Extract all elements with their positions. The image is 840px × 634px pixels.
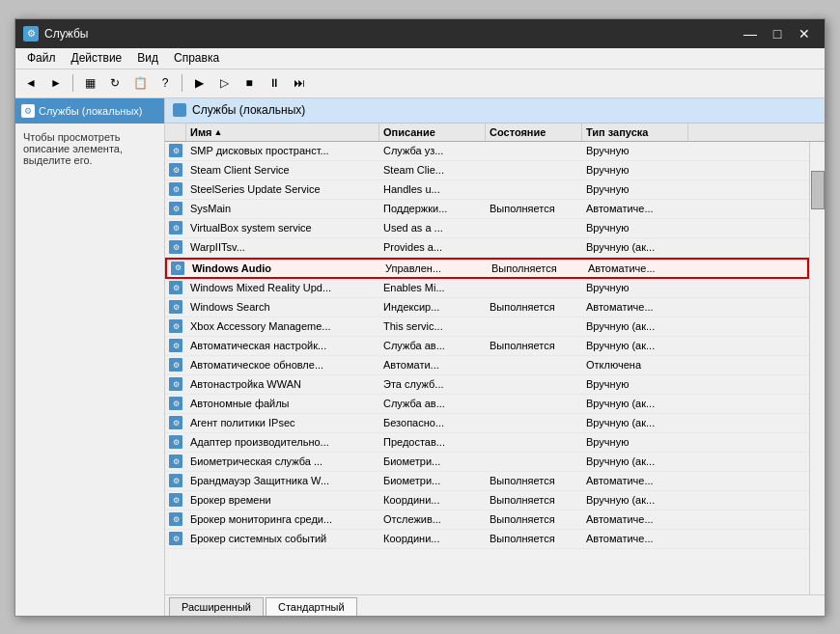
service-name: Брокер времени [186,491,379,510]
service-desc: Enables Mi... [379,279,486,297]
service-desc: Биометри... [379,453,486,471]
table-row[interactable]: ⚙Автономные файлыСлужба ав...Вручную (ак… [165,395,809,414]
service-status: Выполняется [488,260,584,277]
tab-extended[interactable]: Расширенный [169,597,264,616]
table-row[interactable]: ⚙Брандмауэр Защитника W...Биометри...Вып… [165,472,809,491]
restart-button[interactable]: ⏭ [288,72,311,94]
col-icon[interactable] [165,124,186,141]
sidebar-title: Службы (локальных) [39,105,143,117]
service-startup: Вручную (ак... [582,414,688,432]
service-desc: Индексир... [379,298,486,317]
service-icon-cell: ⚙ [165,200,186,218]
menu-file[interactable]: Файл [19,49,64,67]
table-row[interactable]: ⚙SysMainПоддержки...ВыполняетсяАвтоматич… [165,200,809,219]
table-row[interactable]: ⚙Брокер мониторинга среди...Отслежив...В… [165,510,809,530]
forward-button[interactable]: ► [44,72,68,94]
service-startup: Вручную [582,180,688,199]
view-button[interactable]: ▦ [78,72,101,94]
menu-help[interactable]: Справка [166,49,227,67]
menu-action[interactable]: Действие [64,49,130,67]
service-desc: Координи... [379,491,486,510]
col-desc[interactable]: Описание [379,124,486,141]
service-startup: Автоматиче... [582,530,688,548]
service-startup: Вручную [582,375,688,394]
panel-header: Службы (локальных) [165,98,825,124]
refresh-button[interactable]: ↻ [103,72,126,94]
table-row[interactable]: ⚙Автоматическая настройк...Служба ав...В… [165,337,809,356]
right-panel: Службы (локальных) Имя ▲ Описание Состоя… [165,98,825,616]
table-row[interactable]: ⚙Windows Mixed Reality Upd...Enables Mi.… [165,279,809,298]
table-row[interactable]: ⚙Steam Client ServiceSteam Clie...Вручну… [165,161,809,180]
table-row[interactable]: ⚙SteelSeries Update ServiceHandles u...В… [165,180,809,200]
service-name: Биометрическая служба ... [186,453,379,471]
service-status: Выполняется [486,530,582,548]
service-desc: Поддержки... [379,200,486,218]
service-startup: Автоматиче... [582,200,688,218]
table-row[interactable]: ⚙Автонастройка WWANЭта служб...Вручную [165,375,809,395]
service-icon-cell: ⚙ [165,180,186,199]
minimize-button[interactable]: — [738,24,763,43]
service-startup: Вручную (ак... [582,337,688,355]
service-status [486,219,582,237]
table-row[interactable]: ⚙SMP дисковых пространст...Служба уз...В… [165,142,809,161]
service-startup: Вручную [582,433,688,452]
service-icon: ⚙ [169,474,182,487]
scrollbar-thumb[interactable] [811,171,825,209]
main-content: ⚙ Службы (локальных) Чтобы просмотреть о… [15,98,825,616]
service-icon-cell: ⚙ [165,238,186,257]
service-status: Выполняется [486,337,582,355]
table-row[interactable]: ⚙Адаптер производительно...Предостав...В… [165,433,809,453]
stop-button[interactable]: ■ [238,72,261,94]
col-startup[interactable]: Тип запуска [582,124,688,141]
table-row[interactable]: ⚙WarpIITsv...Provides a...Вручную (ак... [165,238,809,258]
run-button[interactable]: ▶ [187,72,210,94]
service-icon: ⚙ [169,319,182,333]
service-name: Xbox Accessory Manageme... [186,317,379,336]
service-name: Steam Client Service [186,161,379,179]
properties-button[interactable]: 📋 [128,72,152,94]
service-desc: Управлен... [381,260,488,277]
service-name: Адаптер производительно... [186,433,379,452]
service-name: SteelSeries Update Service [186,180,379,199]
table-row[interactable]: ⚙Биометрическая служба ...Биометри...Вру… [165,453,809,472]
pause-button[interactable]: ⏸ [263,72,286,94]
help-button[interactable]: ? [154,72,177,94]
close-button[interactable]: ✕ [792,24,817,43]
service-status: Выполняется [486,491,582,510]
service-startup: Вручную (ак... [582,238,688,257]
col-status[interactable]: Состояние [486,124,582,141]
service-icon: ⚙ [169,339,182,352]
scrollbar-vertical[interactable] [809,142,825,594]
table-row[interactable]: ⚙Xbox Accessory Manageme...This servic..… [165,317,809,337]
service-icon-cell: ⚙ [165,298,186,317]
table-row[interactable]: ⚙Windows AudioУправлен...ВыполняетсяАвто… [165,258,809,279]
table-row[interactable]: ⚙Агент политики IPsecБезопасно...Вручную… [165,414,809,433]
service-desc: Used as a ... [379,219,486,237]
service-name: Брандмауэр Защитника W... [186,472,379,490]
service-icon: ⚙ [169,202,182,215]
table-row[interactable]: ⚙Брокер времениКоордини...ВыполняетсяВру… [165,491,809,510]
service-startup: Автоматиче... [582,298,688,317]
menu-view[interactable]: Вид [129,49,166,67]
service-name: SMP дисковых пространст... [186,142,379,160]
table-row[interactable]: ⚙Автоматическое обновле...Автомати...Отк… [165,356,809,375]
service-icon-cell: ⚙ [165,279,186,297]
table-header: Имя ▲ Описание Состояние Тип запуска [165,124,825,142]
service-name: Агент политики IPsec [186,414,379,432]
service-icon: ⚙ [171,262,184,275]
service-icon-cell: ⚙ [165,491,186,510]
service-desc: Handles u... [379,180,486,199]
table-row[interactable]: ⚙Windows SearchИндексир...ВыполняетсяАвт… [165,298,809,317]
back-button[interactable]: ◄ [19,72,42,94]
service-icon-cell: ⚙ [165,395,186,413]
table-row[interactable]: ⚙Брокер системных событийКоордини...Выпо… [165,530,809,549]
run2-button[interactable]: ▷ [212,72,236,94]
panel-header-icon [173,103,186,117]
table-row[interactable]: ⚙VirtualBox system serviceUsed as a ...В… [165,219,809,238]
menu-bar: Файл Действие Вид Справка [15,48,825,69]
maximize-button[interactable]: □ [765,24,790,43]
col-name[interactable]: Имя ▲ [186,124,379,141]
service-name: Windows Search [186,298,379,317]
service-desc: Эта служб... [379,375,486,394]
tab-standard[interactable]: Стандартный [266,597,357,616]
